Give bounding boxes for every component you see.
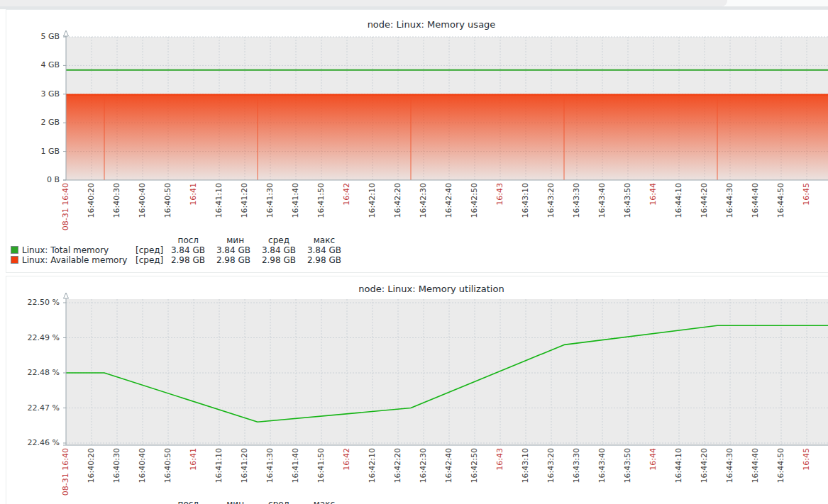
y-axis-label: 0 B	[10, 175, 60, 184]
x-axis-label: 16:41	[189, 183, 198, 206]
browser-tab-remnant	[0, 0, 727, 6]
legend-swatch	[11, 256, 18, 264]
memory-utilization-graph-widget: node: Linux: Memory utilization 22.50 %2…	[6, 276, 828, 504]
legend-spacer	[136, 499, 164, 504]
x-axis-label: 08-31 16:40	[62, 448, 70, 495]
available-memory-area	[66, 95, 828, 180]
legend-spacer	[11, 499, 22, 504]
legend-spacer	[22, 499, 136, 504]
x-axis-label: 16:43:40	[598, 183, 607, 218]
y-axis-label: 22.47 %	[10, 403, 60, 413]
x-axis-label: 16:42	[343, 448, 351, 471]
legend-column-header: мин	[205, 235, 250, 245]
chart-canvas[interactable]	[6, 10, 828, 272]
y-axis-label: 1 GB	[10, 147, 60, 156]
x-axis-label: 16:45	[802, 183, 811, 206]
legend-value: 2.98 GB	[296, 255, 341, 265]
y-axis-label: 22.50 %	[10, 298, 60, 307]
x-axis-label: 16:42	[343, 183, 351, 206]
legend-swatch-cell	[11, 255, 22, 265]
x-axis-label: 16:42:10	[368, 183, 377, 218]
legend-column-header: макс	[296, 499, 341, 504]
legend-series-label: Linux: Total memory	[22, 245, 136, 255]
y-axis-label: 22.46 %	[10, 438, 60, 447]
graph-legend: послминсредмакс	[11, 499, 341, 504]
x-axis-label: 16:43:40	[598, 448, 607, 483]
y-axis-arrow-icon	[64, 30, 69, 36]
x-axis-label: 16:42:40	[445, 448, 453, 483]
x-axis-label: 16:41:10	[215, 183, 223, 218]
legend-column-header: сред	[250, 235, 296, 245]
x-axis-label: 16:40:40	[138, 183, 147, 218]
x-axis-label: 16:43:50	[624, 448, 632, 483]
x-axis-label: 16:41:20	[241, 183, 249, 218]
x-axis-label: 16:42:50	[470, 448, 479, 483]
legend-swatch-cell	[11, 245, 22, 255]
y-axis-label: 3 GB	[10, 89, 60, 99]
legend-swatch	[11, 246, 18, 254]
x-axis-label: 16:40:20	[87, 448, 96, 483]
x-axis-label: 16:40:40	[138, 448, 147, 483]
y-axis-label: 4 GB	[10, 60, 60, 69]
x-axis-label: 16:41:30	[266, 448, 275, 483]
legend-column-header: посл	[164, 499, 205, 504]
x-axis-label: 16:43:30	[573, 448, 581, 483]
x-axis-label: 16:43	[496, 448, 504, 471]
x-axis-label: 16:41	[189, 448, 198, 471]
legend-column-header: мин	[205, 499, 250, 504]
y-axis-label: 22.49 %	[10, 333, 60, 342]
x-axis-label: 16:41:40	[292, 183, 300, 218]
x-axis-label: 16:44:30	[726, 183, 734, 218]
x-axis-label: 16:40:30	[113, 448, 121, 483]
legend-value: 2.98 GB	[164, 255, 205, 265]
x-axis-label: 16:43:50	[624, 183, 632, 218]
x-axis-label: 16:44:10	[675, 448, 683, 483]
x-axis-label: 16:44:30	[726, 448, 734, 483]
x-axis-label: 16:40:50	[164, 448, 172, 483]
x-axis-label: 16:44:40	[751, 183, 760, 218]
legend-function-label: [сред]	[136, 255, 164, 265]
x-axis-label: 16:43:30	[573, 183, 581, 218]
x-axis-label: 16:41:10	[215, 448, 223, 483]
x-axis-label: 16:44:20	[700, 448, 709, 483]
x-axis-label: 16:42:20	[394, 448, 402, 483]
x-axis-label: 16:43:10	[521, 183, 530, 218]
legend-spacer	[22, 235, 136, 245]
legend-value: 2.98 GB	[250, 255, 296, 265]
x-axis-label: 16:41:40	[292, 448, 300, 483]
x-axis-label: 16:41:30	[266, 183, 275, 218]
x-axis-label: 16:41:50	[317, 183, 326, 218]
y-axis-label: 5 GB	[10, 32, 60, 41]
x-axis-label: 16:44:50	[777, 183, 785, 218]
x-axis-label: 16:43:20	[547, 448, 556, 483]
legend-column-header: посл	[164, 235, 205, 245]
x-axis-label: 16:43	[496, 183, 504, 206]
zabbix-dashboard-screen: node: Linux: Memory usage 5 GB4 GB3 GB2 …	[0, 0, 828, 504]
x-axis-label: 16:40:20	[87, 183, 96, 218]
x-axis-label: 16:42:50	[470, 183, 479, 218]
legend-spacer	[136, 235, 164, 245]
x-axis-label: 16:42:10	[368, 448, 377, 483]
x-axis-label: 16:44	[649, 448, 658, 471]
x-axis-label: 16:41:20	[241, 448, 249, 483]
x-axis-label: 16:41:50	[317, 448, 326, 483]
x-axis-label: 16:43:20	[547, 183, 556, 218]
browser-chrome-strip	[0, 0, 828, 9]
x-axis-label: 16:42:30	[419, 183, 428, 218]
x-axis-label: 16:42:40	[445, 183, 453, 218]
x-axis-label: 08-31 16:40	[62, 183, 70, 230]
legend-value: 3.84 GB	[250, 245, 296, 255]
y-axis-label: 22.48 %	[10, 368, 60, 377]
y-axis-label: 2 GB	[10, 118, 60, 127]
x-axis-label: 16:43:10	[521, 448, 530, 483]
legend-spacer	[11, 235, 22, 245]
x-axis-label: 16:44	[649, 183, 658, 206]
y-axis-arrow-icon	[64, 293, 69, 298]
legend-value: 2.98 GB	[205, 255, 250, 265]
legend-column-header: сред	[250, 499, 296, 504]
x-axis-label: 16:42:20	[394, 183, 402, 218]
x-axis-label: 16:44:40	[751, 448, 760, 483]
graph-legend: послминсредмаксLinux: Total memory[сред]…	[11, 235, 341, 265]
legend-value: 3.84 GB	[296, 245, 341, 255]
x-axis-label: 16:44:20	[700, 183, 709, 218]
